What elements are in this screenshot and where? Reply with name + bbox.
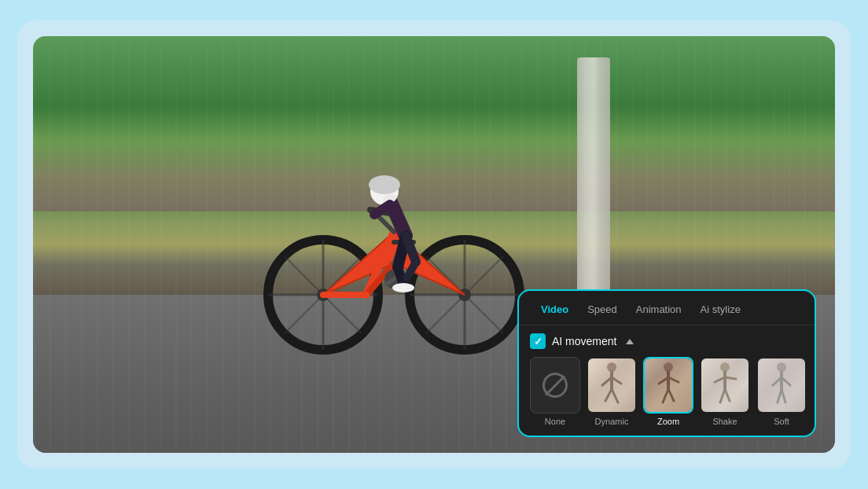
- tab-video[interactable]: Video: [531, 299, 578, 320]
- svg-point-30: [392, 283, 414, 292]
- svg-line-37: [612, 389, 618, 403]
- svg-line-55: [782, 389, 785, 403]
- tab-ai-stylize[interactable]: Ai stylize: [691, 299, 750, 320]
- dynamic-label: Dynamic: [595, 417, 629, 426]
- movement-option-zoom[interactable]: Zoom: [643, 357, 693, 426]
- tab-animation[interactable]: Animation: [627, 299, 691, 320]
- svg-line-36: [605, 389, 612, 401]
- svg-line-27: [398, 267, 403, 285]
- panel-body: AI movement None: [519, 325, 815, 436]
- svg-line-43: [668, 389, 674, 401]
- panel-tabs: Video Speed Animation Ai stylize: [519, 291, 815, 325]
- cyclist-illustration: [245, 106, 543, 358]
- ai-movement-panel: Video Speed Animation Ai stylize AI move…: [517, 289, 816, 437]
- zoom-label: Zoom: [657, 417, 679, 426]
- ai-movement-row: AI movement: [530, 333, 804, 349]
- zoom-thumb: [643, 357, 693, 414]
- movement-option-soft[interactable]: Soft: [756, 357, 807, 426]
- soft-label: Soft: [774, 417, 789, 426]
- photo-container: Video Speed Animation Ai stylize AI move…: [33, 36, 835, 453]
- shake-label: Shake: [712, 417, 737, 426]
- movement-option-dynamic[interactable]: Dynamic: [587, 357, 637, 426]
- tab-speed[interactable]: Speed: [578, 299, 627, 320]
- svg-line-47: [725, 377, 736, 379]
- dynamic-thumb: [587, 357, 637, 414]
- svg-line-49: [725, 389, 730, 401]
- movement-options: None: [530, 357, 804, 426]
- background-pole: [577, 57, 610, 329]
- shake-thumb: [700, 357, 750, 414]
- soft-thumb: [756, 357, 807, 414]
- svg-point-24: [369, 175, 400, 194]
- no-icon: [542, 373, 568, 398]
- svg-line-48: [720, 389, 725, 403]
- svg-line-42: [663, 389, 668, 403]
- movement-option-shake[interactable]: Shake: [700, 357, 750, 426]
- ai-movement-checkbox[interactable]: [530, 333, 546, 349]
- ai-movement-label: AI movement: [552, 335, 616, 347]
- collapse-arrow-icon[interactable]: [626, 339, 634, 344]
- svg-rect-31: [369, 256, 375, 271]
- none-thumb: [530, 357, 580, 414]
- outer-frame: Video Speed Animation Ai stylize AI move…: [17, 20, 851, 469]
- none-label: None: [545, 417, 565, 426]
- movement-option-none[interactable]: None: [530, 357, 580, 426]
